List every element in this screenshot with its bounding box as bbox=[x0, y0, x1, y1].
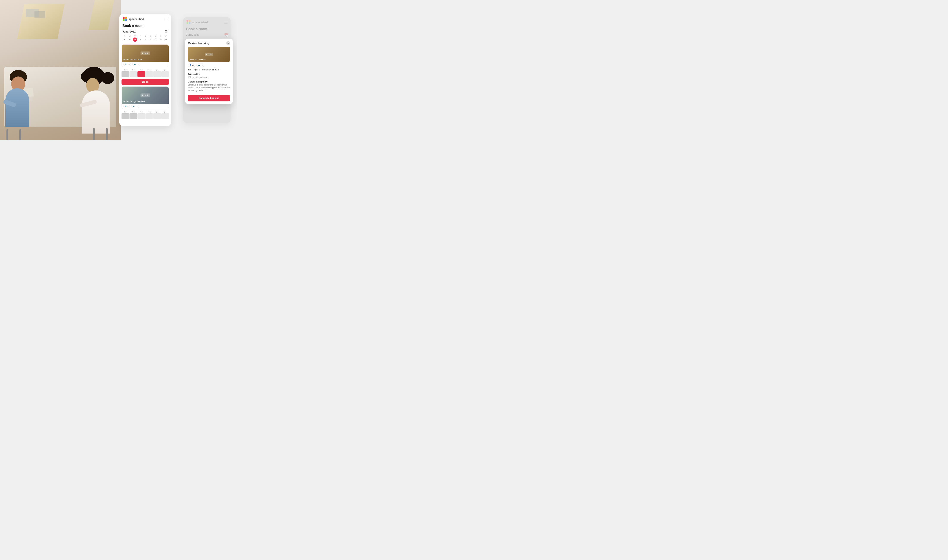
day-22[interactable]: 22 bbox=[128, 37, 132, 42]
room-2b-image: FLUX Room 2B • 2nd floor bbox=[122, 45, 169, 62]
bg-menu-icon[interactable] bbox=[224, 21, 228, 23]
bg-page-title: Book a room bbox=[183, 26, 231, 32]
right-panel: spacecubed Book a room June, 2021 📅 T W … bbox=[121, 0, 237, 140]
room-2b-card: FLUX Room 2B • 2nd floor 👤 18 📺 TV bbox=[122, 45, 169, 67]
main-page-title: Book a room bbox=[119, 23, 171, 29]
review-close-button[interactable]: ✕ bbox=[226, 41, 230, 45]
calendar-section: June, 2021 T W T F S S M T bbox=[119, 29, 171, 43]
review-booking-time: 3pm - 4pm on Thursday, 23 June bbox=[188, 69, 230, 71]
bg-logo-text: spacecubed bbox=[192, 21, 208, 24]
svg-rect-3 bbox=[189, 22, 191, 24]
day-25: 25 bbox=[143, 37, 148, 42]
cancellation-policy-section: Cancellation policy Cancel up to 24hrs b… bbox=[188, 80, 230, 92]
slot-1pm bbox=[122, 71, 129, 77]
room-1g-capacity: 👤 8 bbox=[123, 105, 130, 108]
slot-4pm[interactable] bbox=[145, 71, 153, 77]
svg-rect-0 bbox=[186, 20, 188, 22]
review-title: Review booking bbox=[188, 42, 209, 45]
room-1g-image: FLUX Room 1G • ground floor bbox=[122, 86, 169, 104]
bg-calendar-icon: 📅 bbox=[224, 33, 228, 37]
cancellation-text: Cancel up to 24hrs before for a full cre… bbox=[188, 83, 230, 92]
calendar-nav-icon[interactable] bbox=[165, 30, 168, 33]
slot-6pm[interactable] bbox=[162, 71, 169, 77]
review-header: Review booking ✕ bbox=[185, 38, 233, 47]
review-capacity-badge: 👤 18 bbox=[188, 63, 195, 67]
room-1g-card: FLUX Room 1G • ground floor 👤 8 📺 TV bbox=[122, 86, 169, 109]
room-2b-tv: 📺 TV bbox=[132, 63, 140, 66]
room-1g-time-slots: 1pm 2pm 3pm 4pm 5pm 6pm bbox=[119, 110, 171, 120]
1g-slot-5pm[interactable] bbox=[153, 113, 161, 119]
day-29[interactable]: 29 bbox=[163, 37, 168, 42]
slot-5pm[interactable] bbox=[153, 71, 161, 77]
room-1g-tv: 📺 TV bbox=[131, 105, 139, 108]
main-menu-icon[interactable] bbox=[165, 18, 168, 20]
room-2b-capacity: 👤 18 bbox=[123, 63, 131, 66]
review-room-image: FLUX Room 2B • 2nd floor bbox=[188, 47, 230, 62]
main-logo-icon bbox=[122, 17, 127, 22]
main-logo: spacecubed bbox=[122, 17, 144, 22]
review-booking-panel: Review booking ✕ FLUX Room 2B • 2nd floo… bbox=[185, 38, 233, 104]
svg-rect-5 bbox=[125, 17, 127, 19]
day-24[interactable]: 24 bbox=[138, 37, 142, 42]
review-body: 3pm - 4pm on Thursday, 23 June 20 credit… bbox=[185, 69, 233, 104]
1g-slot-2pm bbox=[129, 113, 137, 119]
day-26: 26 bbox=[148, 37, 152, 42]
review-room-name: Room 2B • 2nd floor bbox=[189, 59, 206, 61]
1g-slot-3pm[interactable] bbox=[137, 113, 145, 119]
bg-logo: spacecubed bbox=[186, 20, 208, 25]
review-flux-badge: FLUX bbox=[205, 53, 213, 56]
slot-2pm[interactable] bbox=[129, 71, 137, 77]
svg-rect-2 bbox=[186, 22, 188, 24]
main-app-screen: spacecubed Book a room June, 2021 bbox=[119, 14, 171, 126]
app-header: spacecubed bbox=[119, 14, 171, 23]
day-27[interactable]: 27 bbox=[153, 37, 158, 42]
day-21[interactable]: 21 bbox=[123, 37, 127, 42]
credits-available: 230 credits available bbox=[188, 76, 230, 78]
1g-slot-6pm[interactable] bbox=[162, 113, 169, 119]
room-2b-flux-badge: FLUX bbox=[140, 51, 150, 55]
credits-amount: 20 credits bbox=[188, 73, 230, 76]
slot-3pm[interactable] bbox=[137, 71, 145, 77]
review-credits-section: 20 credits 230 credits available bbox=[188, 73, 230, 78]
svg-rect-8 bbox=[165, 30, 168, 33]
main-logo-text: spacecubed bbox=[128, 17, 144, 21]
day-28[interactable]: 28 bbox=[159, 37, 163, 42]
1g-slot-4pm[interactable] bbox=[145, 113, 153, 119]
day-23[interactable]: 23 bbox=[133, 37, 137, 42]
review-tv-badge: 📺 TV bbox=[197, 63, 204, 67]
room-1g-label: Room 1G • ground floor bbox=[123, 100, 145, 103]
calendar-grid: T W T F S S M T W 21 22 23 24 25 26 27 2… bbox=[122, 35, 168, 42]
svg-rect-7 bbox=[125, 19, 127, 21]
room-2b-time-slots: 1pm 2pm 3pm 4pm 5pm 6pm bbox=[119, 68, 171, 78]
svg-rect-6 bbox=[123, 19, 125, 21]
review-amenities: 👤 18 📺 TV bbox=[185, 63, 233, 69]
bg-calendar-month: June, 2021 bbox=[186, 33, 199, 36]
room-2b-label: Room 2B • 2nd floor bbox=[123, 58, 142, 60]
svg-rect-4 bbox=[123, 17, 125, 19]
book-button[interactable]: Book bbox=[122, 78, 169, 85]
room-1g-flux-badge: FLUX bbox=[140, 94, 150, 97]
photo-panel bbox=[0, 0, 121, 140]
1g-slot-1pm bbox=[122, 113, 129, 119]
calendar-month: June, 2021 bbox=[122, 30, 135, 33]
complete-booking-button[interactable]: Complete booking bbox=[188, 95, 230, 102]
cancellation-title: Cancellation policy bbox=[188, 80, 230, 83]
bg-logo-icon bbox=[186, 20, 191, 25]
svg-rect-1 bbox=[189, 20, 191, 22]
